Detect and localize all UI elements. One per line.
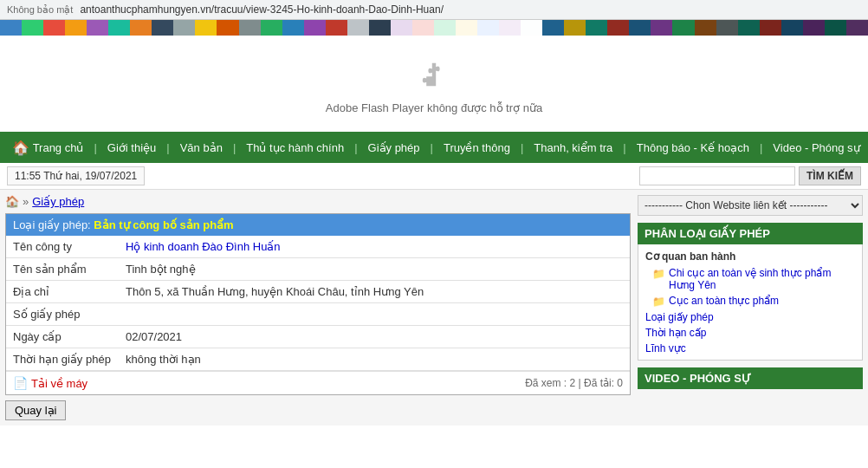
flash-area: Adobe Flash Player không được hỗ trợ nữa [0, 36, 868, 132]
home-icon-breadcrumb[interactable]: 🏠 [5, 195, 19, 208]
search-area: TÌM KIẾM [639, 166, 861, 185]
nav-item-7[interactable]: Thông báo - Kế hoạch [628, 132, 758, 163]
sub-link-1[interactable]: Chi cục an toàn vệ sinh thực phẩm Hưng Y… [669, 267, 848, 291]
browser-bar: Không bảo mật antoanthucphamhungyen.vn/t… [0, 0, 868, 20]
license-table: Tên công ty Hộ kinh doanh Đào Đình Huấn … [6, 236, 630, 371]
linh-vuc-item: Lĩnh vực [638, 341, 862, 356]
date-badge: 11:55 Thứ hai, 19/07/2021 [7, 166, 145, 185]
loai-giay-phep-item: Loại giấy phép [638, 309, 862, 325]
license-type-value: Bản tự công bố sản phẩm [94, 218, 233, 231]
license-footer: 📄 Tải về máy Đã xem : 2 | Đã tải: 0 [6, 371, 630, 394]
thoi-han-cap-item: Thời hạn cấp [638, 325, 862, 341]
left-content: 🏠 » Giấy phép Loại giấy phép: Bản tự côn… [5, 195, 631, 420]
flash-message: Adobe Flash Player không được hỗ trợ nữa [326, 101, 542, 114]
license-header: Loại giấy phép: Bản tự công bố sản phẩm [6, 214, 630, 236]
sub-link-2[interactable]: Cục an toàn thực phẩm [669, 295, 779, 307]
website-select[interactable]: ----------- Chon Website liên kết ------… [638, 195, 863, 216]
color-strip [0, 20, 868, 36]
nav-item-4[interactable]: Giấy phép [360, 132, 429, 163]
search-input[interactable] [639, 166, 795, 185]
linh-vuc-link[interactable]: Lĩnh vực [645, 342, 686, 354]
video-header: VIDEO - PHÓNG SỰ [638, 367, 863, 389]
nav-item-1[interactable]: Giới thiệu [99, 132, 165, 163]
folder-icon-2: 📁 [652, 296, 665, 308]
nav-home[interactable]: 🏠 Trang chủ [3, 132, 92, 163]
table-row: Tên công ty Hộ kinh doanh Đào Đình Huấn [6, 236, 630, 258]
download-link[interactable]: 📄 Tải về máy [13, 376, 87, 390]
breadcrumb-link[interactable]: Giấy phép [32, 195, 84, 208]
nav-item-8[interactable]: Video - Phóng sự [764, 132, 868, 163]
toolbar: 11:55 Thứ hai, 19/07/2021 TÌM KIẾM [0, 163, 868, 190]
folder-icon-1: 📁 [652, 268, 665, 280]
table-row: Thời hạn giấy phép không thời hạn [6, 348, 630, 371]
table-row: Tên sản phẩm Tinh bột nghệ [6, 258, 630, 281]
company-link[interactable]: Hộ kinh doanh Đào Đình Huấn [126, 240, 281, 253]
sub-item-1: 📁 Chi cục an toàn vệ sinh thực phẩm Hưng… [638, 265, 862, 293]
co-quan-ban-hanh: Cơ quan ban hành [638, 248, 862, 265]
table-row: Ngày cấp 02/07/2021 [6, 326, 630, 348]
not-secure-label: Không bảo mật [7, 4, 73, 16]
nav-item-5[interactable]: Truyền thông [435, 132, 519, 163]
right-sidebar: ----------- Chon Website liên kết ------… [638, 195, 863, 420]
license-card: Loại giấy phép: Bản tự công bố sản phẩm … [5, 213, 631, 395]
pdf-icon: 📄 [13, 376, 28, 390]
nav-bar: 🏠 Trang chủ | Giới thiệu | Văn bản | Thủ… [0, 132, 868, 163]
back-button[interactable]: Quay lại [5, 400, 66, 420]
phan-loai-content: Cơ quan ban hành 📁 Chi cục an toàn vệ si… [638, 244, 863, 361]
nav-item-3[interactable]: Thủ tục hành chính [237, 132, 353, 163]
nav-item-6[interactable]: Thanh, kiểm tra [525, 132, 621, 163]
phan-loai-header: PHÂN LOẠI GIẤY PHÉP [638, 223, 863, 244]
view-count: Đã xem : 2 | Đã tải: 0 [525, 377, 623, 389]
thoi-han-cap-link[interactable]: Thời hạn cấp [645, 327, 706, 339]
main-layout: 🏠 » Giấy phép Loại giấy phép: Bản tự côn… [0, 190, 868, 426]
flash-icon [412, 53, 456, 96]
sub-item-2: 📁 Cục an toàn thực phẩm [638, 293, 862, 309]
loai-giay-phep-link[interactable]: Loại giấy phép [645, 311, 714, 323]
table-row: Địa chỉ Thôn 5, xã Thuần Hưng, huyện Kho… [6, 281, 630, 303]
search-button[interactable]: TÌM KIẾM [799, 166, 861, 185]
url-bar: antoanthucphamhungyen.vn/tracuu/view-324… [80, 3, 444, 16]
breadcrumb: 🏠 » Giấy phép [5, 195, 631, 208]
home-icon: 🏠 [12, 140, 29, 156]
nav-item-2[interactable]: Văn bản [172, 132, 231, 163]
table-row: Số giấy phép [6, 303, 630, 326]
